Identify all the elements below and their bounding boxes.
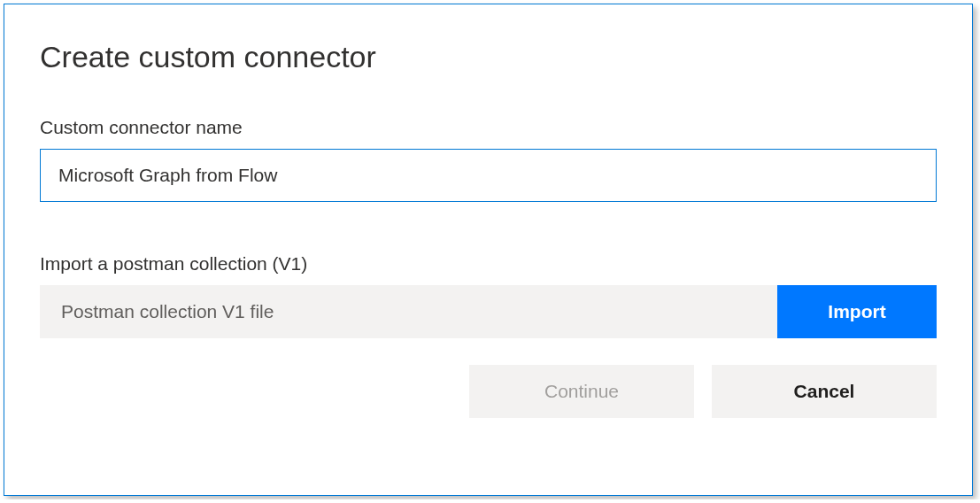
- connector-name-label: Custom connector name: [40, 117, 937, 138]
- cancel-button[interactable]: Cancel: [712, 365, 937, 418]
- file-path-display: Postman collection V1 file: [40, 285, 777, 338]
- create-connector-dialog: Create custom connector Custom connector…: [4, 4, 973, 496]
- import-collection-label: Import a postman collection (V1): [40, 253, 937, 275]
- continue-button[interactable]: Continue: [469, 365, 694, 418]
- dialog-title: Create custom connector: [40, 40, 937, 74]
- connector-name-input[interactable]: [40, 149, 937, 202]
- action-button-row: Continue Cancel: [40, 365, 937, 418]
- import-row: Postman collection V1 file Import: [40, 285, 937, 338]
- import-button[interactable]: Import: [777, 285, 937, 338]
